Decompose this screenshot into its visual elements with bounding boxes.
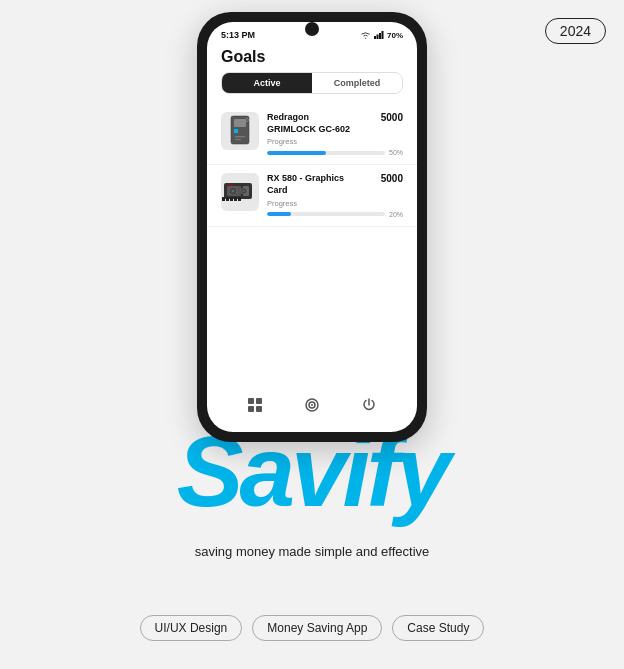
tab-bar[interactable]: Active Completed [221, 72, 403, 94]
progress-bar-wrap-1: 50% [267, 149, 403, 156]
progress-bar-bg-1 [267, 151, 385, 155]
svg-rect-9 [235, 139, 241, 140]
svg-rect-15 [230, 197, 233, 201]
progress-pct-2: 20% [389, 211, 403, 218]
svg-rect-1 [376, 35, 378, 40]
brand-tagline: saving money made simple and effective [0, 544, 624, 559]
svg-point-19 [232, 190, 235, 193]
progress-bar-fill-2 [267, 212, 291, 216]
status-time: 5:13 PM [221, 30, 255, 40]
tab-active[interactable]: Active [222, 73, 312, 93]
svg-rect-24 [256, 398, 262, 404]
phone-shell: 5:13 PM 70% [197, 12, 427, 442]
svg-point-7 [246, 119, 249, 122]
bottom-nav [207, 390, 417, 420]
goal-name-row-2: RX 580 - Graphics Card 5000 [267, 173, 403, 196]
svg-rect-26 [256, 406, 262, 412]
goal-image-2 [221, 173, 259, 211]
svg-rect-17 [238, 197, 241, 201]
goal-info-1: Redragon GRIMLOCK GC-602 5000 Progress 5… [267, 112, 403, 156]
goal-progress-label-2: Progress [267, 199, 403, 208]
goal-name-row-1: Redragon GRIMLOCK GC-602 5000 [267, 112, 403, 135]
svg-rect-25 [248, 406, 254, 412]
svg-rect-14 [226, 197, 229, 201]
goal-amount-2: 5000 [381, 173, 403, 184]
svg-point-21 [243, 190, 245, 192]
goal-card-1[interactable]: Redragon GRIMLOCK GC-602 5000 Progress 5… [207, 104, 417, 165]
goal-info-2: RX 580 - Graphics Card 5000 Progress 20% [267, 173, 403, 217]
svg-rect-6 [234, 129, 238, 133]
nav-target-icon[interactable] [303, 396, 321, 414]
tags-row: UI/UX Design Money Saving App Case Study [0, 615, 624, 641]
svg-rect-22 [227, 185, 233, 186]
phone-notch [305, 22, 319, 36]
signal-icon [374, 31, 384, 39]
progress-pct-1: 50% [389, 149, 403, 156]
tab-completed[interactable]: Completed [312, 73, 402, 93]
wifi-icon [360, 31, 371, 39]
nav-grid-icon[interactable] [246, 396, 264, 414]
progress-bar-bg-2 [267, 212, 385, 216]
progress-bar-fill-1 [267, 151, 326, 155]
svg-point-29 [311, 404, 313, 406]
svg-rect-8 [235, 136, 245, 138]
screen-title: Goals [207, 44, 417, 72]
goal-progress-label-1: Progress [267, 137, 403, 146]
tag-money-saving[interactable]: Money Saving App [252, 615, 382, 641]
svg-rect-3 [381, 31, 383, 39]
battery-text: 70% [387, 31, 403, 40]
goal-name-2: RX 580 - Graphics Card [267, 173, 357, 196]
svg-rect-13 [222, 197, 225, 201]
gpu-icon [222, 179, 258, 205]
svg-rect-0 [374, 36, 376, 39]
svg-rect-2 [379, 33, 381, 39]
phone-screen: 5:13 PM 70% [207, 22, 417, 432]
goal-amount-1: 5000 [381, 112, 403, 123]
phone-mockup: 5:13 PM 70% [197, 12, 427, 442]
year-badge: 2024 [545, 18, 606, 44]
svg-rect-16 [234, 197, 237, 201]
status-right: 70% [360, 31, 403, 40]
tag-ui-ux[interactable]: UI/UX Design [140, 615, 243, 641]
svg-rect-23 [248, 398, 254, 404]
goal-image-1 [221, 112, 259, 150]
goal-card-2[interactable]: RX 580 - Graphics Card 5000 Progress 20% [207, 165, 417, 226]
tag-case-study[interactable]: Case Study [392, 615, 484, 641]
svg-rect-5 [234, 119, 246, 127]
pc-tower-icon [225, 114, 255, 148]
progress-bar-wrap-2: 20% [267, 211, 403, 218]
nav-power-icon[interactable] [360, 396, 378, 414]
goal-name-1: Redragon GRIMLOCK GC-602 [267, 112, 357, 135]
